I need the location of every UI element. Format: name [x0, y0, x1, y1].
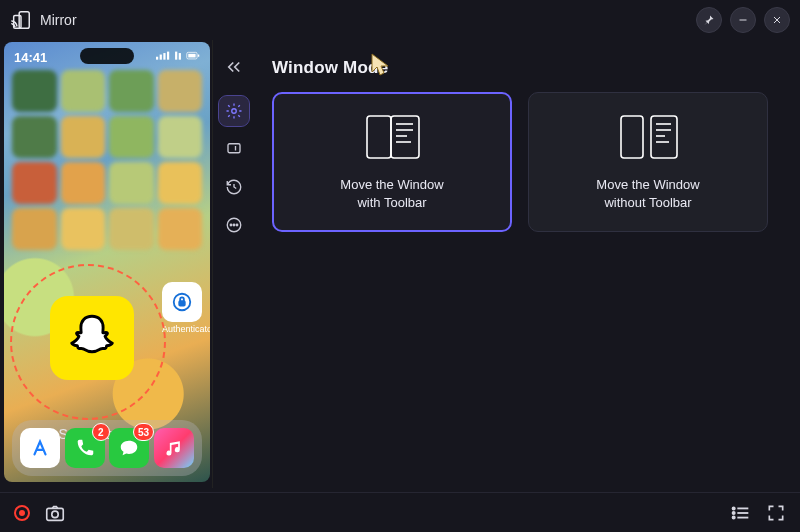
list-view-button[interactable]: [730, 502, 752, 524]
close-button[interactable]: [764, 7, 790, 33]
minimize-icon: [737, 14, 749, 26]
dock-app-phone[interactable]: 2: [65, 428, 105, 468]
dock-app-messages[interactable]: 53: [109, 428, 149, 468]
toolbar-more-button[interactable]: [219, 210, 249, 240]
svg-point-39: [733, 507, 735, 509]
svg-rect-22: [367, 116, 391, 158]
record-icon: [14, 505, 30, 521]
card-label: Move the Windowwithout Toolbar: [596, 176, 699, 212]
pin-icon: [703, 14, 715, 26]
window-with-toolbar-icon: [353, 112, 431, 162]
music-icon: [164, 438, 184, 458]
pin-button[interactable]: [696, 7, 722, 33]
bottom-bar: [0, 492, 800, 532]
svg-rect-34: [47, 508, 64, 520]
list-icon: [730, 502, 752, 524]
phone-time: 14:41: [14, 50, 47, 65]
dock-app-music[interactable]: [154, 428, 194, 468]
svg-rect-13: [198, 54, 199, 56]
settings-content: Window Mode Move the Windowwith Toolbar: [254, 40, 800, 488]
authenticator-app-label: Authenticator: [162, 324, 202, 334]
window-without-toolbar-icon: [609, 112, 687, 162]
dock-app-appstore[interactable]: [20, 428, 60, 468]
collapse-toolbar-button[interactable]: [219, 52, 249, 82]
svg-rect-28: [621, 116, 643, 158]
svg-rect-7: [163, 53, 165, 60]
svg-rect-8: [167, 51, 169, 59]
svg-point-20: [233, 224, 235, 226]
gear-icon: [225, 102, 243, 120]
screen-icon: [225, 140, 243, 158]
window-mode-without-toolbar-card[interactable]: Move the Windowwithout Toolbar: [528, 92, 768, 232]
svg-rect-29: [651, 116, 677, 158]
svg-point-16: [231, 109, 236, 114]
authenticator-app[interactable]: Authenticator: [162, 282, 202, 334]
fullscreen-button[interactable]: [766, 503, 786, 523]
app-title: Mirror: [40, 12, 77, 28]
snapchat-app-icon[interactable]: [50, 296, 134, 380]
app-brand: Mirror: [10, 9, 77, 31]
toolbar-settings-button[interactable]: [219, 96, 249, 126]
toolbar-screen-button[interactable]: [219, 134, 249, 164]
svg-rect-17: [228, 144, 240, 153]
svg-rect-5: [156, 56, 158, 59]
side-toolbar: [212, 40, 254, 488]
svg-rect-15: [179, 301, 185, 306]
section-heading: Window Mode: [272, 58, 788, 78]
titlebar: Mirror: [0, 0, 800, 40]
snapchat-ghost-icon: [63, 309, 121, 367]
phone-icon: [74, 437, 96, 459]
minimize-button[interactable]: [730, 7, 756, 33]
svg-rect-23: [391, 116, 419, 158]
chevron-double-left-icon: [225, 58, 243, 76]
letter-a-icon: [29, 437, 51, 459]
camera-icon: [44, 502, 66, 524]
svg-point-35: [52, 511, 58, 517]
close-icon: [771, 14, 783, 26]
cursor-pointer-icon: [368, 52, 392, 82]
svg-rect-10: [179, 53, 181, 60]
authenticator-app-icon: [162, 282, 202, 322]
phone-badge: 2: [92, 423, 110, 441]
record-button[interactable]: [14, 505, 30, 521]
svg-rect-12: [188, 53, 195, 57]
message-icon: [118, 437, 140, 459]
svg-rect-6: [160, 54, 162, 59]
phone-dock: 2 53: [12, 420, 202, 476]
svg-point-19: [230, 224, 232, 226]
card-label: Move the Windowwith Toolbar: [340, 176, 443, 212]
more-icon: [225, 216, 243, 234]
snapchat-highlight: Snapchat: [10, 260, 166, 442]
history-icon: [225, 178, 243, 196]
screenshot-button[interactable]: [44, 502, 66, 524]
svg-point-21: [236, 224, 238, 226]
fullscreen-icon: [766, 503, 786, 523]
cast-icon: [10, 9, 32, 31]
messages-badge: 53: [133, 423, 154, 441]
pixelated-wallpaper: [12, 70, 202, 250]
phone-mirror-preview[interactable]: 14:41 Authenticator Snapchat: [4, 42, 210, 482]
phone-status-icons: [156, 50, 200, 65]
svg-point-41: [733, 516, 735, 518]
window-buttons: [696, 7, 790, 33]
svg-rect-9: [175, 51, 177, 59]
toolbar-history-button[interactable]: [219, 172, 249, 202]
window-mode-with-toolbar-card[interactable]: Move the Windowwith Toolbar: [272, 92, 512, 232]
lock-icon: [171, 291, 193, 313]
svg-point-40: [733, 511, 735, 513]
phone-status-bar: 14:41: [14, 46, 200, 68]
